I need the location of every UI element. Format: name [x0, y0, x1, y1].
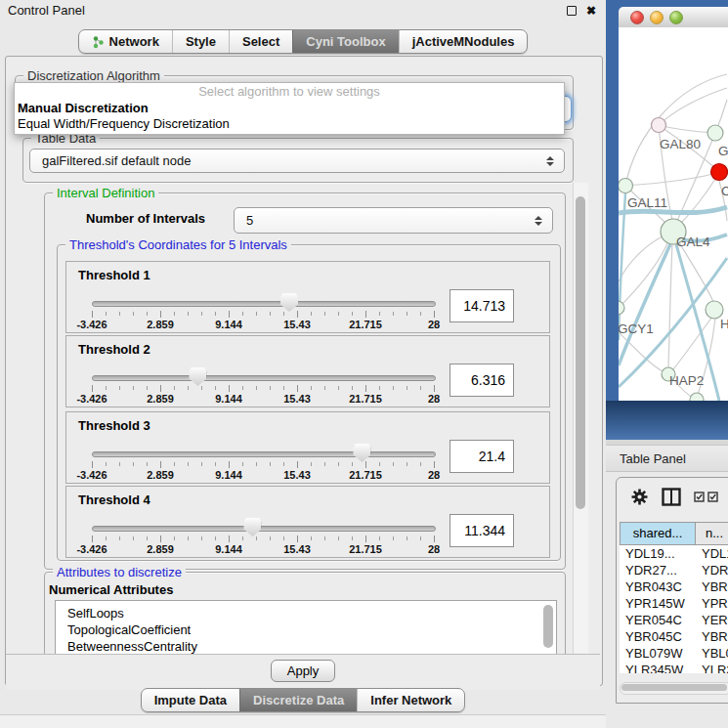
slider-handle[interactable]	[189, 367, 206, 386]
attributes-group-title: Attributes to discretize	[53, 565, 186, 579]
axis-tick	[270, 536, 271, 540]
cell-name: YPR1	[696, 595, 728, 612]
interval-definition-group: Interval Definition Number of Intervals …	[44, 193, 566, 570]
table-data-combobox[interactable]: galFiltered.sif default node	[29, 149, 565, 173]
threshold-value-box[interactable]: 6.316	[450, 364, 514, 397]
table-horizontal-scrollbar[interactable]	[620, 682, 728, 695]
axis-tick	[242, 536, 243, 540]
algorithm-prompt-item[interactable]: Select algorithm to view settings	[15, 83, 564, 101]
threshold-value-box[interactable]: 11.344	[450, 514, 514, 547]
tab-infer-network[interactable]: Infer Network	[357, 689, 464, 711]
axis-tick	[283, 462, 284, 466]
table-rows: YDL19...YDL1YDR27...YDR2YBR043CYBR0YPR14…	[620, 545, 728, 673]
network-graph: GAL80 G. GAL11 C GAL4 GCY1 H HAP2	[619, 27, 728, 401]
network-nodes[interactable]	[619, 118, 728, 402]
tab-select[interactable]: Select	[229, 30, 292, 53]
axis-tick	[393, 462, 394, 466]
apply-button[interactable]: Apply	[271, 660, 335, 682]
mac-zoom-button[interactable]	[669, 11, 683, 24]
column-header-name[interactable]: n...	[696, 522, 728, 545]
algorithm-option-equal-width[interactable]: Equal Width/Frequency Discretization	[15, 116, 564, 132]
table-row[interactable]: YDR27...YDR2	[620, 562, 728, 578]
gear-icon[interactable]	[630, 488, 649, 506]
list-item[interactable]: SelfLoops	[56, 605, 556, 621]
axis-tick	[160, 461, 161, 468]
axis-tick-label: 2.859	[147, 543, 174, 555]
slider-track[interactable]	[92, 301, 436, 307]
svg-text:G.: G.	[718, 144, 728, 158]
cell-shared-name: YBR045C	[620, 628, 696, 645]
threshold-panel-3: Threshold 3-3.4262.8599.14415.4321.71528…	[65, 411, 550, 484]
slider-track[interactable]	[92, 526, 436, 532]
settings-vertical-scrollbar[interactable]	[573, 183, 588, 654]
control-panel-titlebar: Control Panel ✖	[0, 0, 606, 21]
table-toolbar	[630, 488, 718, 506]
axis-tick	[106, 386, 107, 390]
node-red-highlighted	[711, 164, 728, 181]
threshold-value-box[interactable]: 14.713	[450, 289, 514, 322]
table-row[interactable]: YLR345WYLR3	[620, 662, 728, 673]
discretization-algorithm-group-title: Discretization Algorithm	[23, 68, 164, 83]
slider-handle[interactable]	[243, 518, 261, 536]
threshold-value-box[interactable]: 21.4	[450, 440, 514, 473]
number-of-intervals-spinner[interactable]: 5	[234, 207, 553, 234]
axis-tick	[133, 386, 134, 390]
checkbox-checked-icon[interactable]	[707, 492, 718, 502]
axis-tick	[434, 311, 435, 318]
network-tab-icon	[92, 35, 105, 49]
network-view-frame[interactable]: GAL80 G. GAL11 C GAL4 GCY1 H HAP2	[606, 0, 728, 440]
cell-shared-name: YDR27...	[620, 562, 696, 578]
mac-close-button[interactable]	[630, 11, 644, 24]
slider-handle[interactable]	[280, 293, 298, 312]
threshold-coordinates-group: Threshold's Coordinates for 5 Intervals …	[57, 244, 561, 561]
tab-label: Cyni Toolbox	[306, 34, 385, 49]
network-canvas[interactable]: GAL80 G. GAL11 C GAL4 GCY1 H HAP2	[619, 27, 728, 401]
list-item[interactable]: TopologicalCoefficient	[56, 621, 556, 638]
list-item[interactable]: BetweennessCentrality	[56, 638, 556, 654]
axis-tick	[133, 536, 134, 540]
cell-name: YBL0	[696, 645, 728, 662]
tab-jactivemnodules[interactable]: jActiveMNodules	[399, 30, 528, 53]
float-window-icon[interactable]	[567, 6, 577, 16]
mac-minimize-button[interactable]	[650, 11, 664, 24]
table-row[interactable]: YDL19...YDL1	[620, 545, 728, 562]
slider-track[interactable]	[92, 375, 436, 381]
axis-tick	[311, 536, 312, 540]
table-row[interactable]: YER054CYER0	[620, 612, 728, 628]
axis-tick	[434, 385, 435, 392]
tab-cyni-toolbox[interactable]: Cyni Toolbox	[292, 30, 398, 53]
axis-tick	[324, 312, 325, 316]
column-layout-icon[interactable]	[662, 488, 681, 506]
close-icon[interactable]: ✖	[586, 5, 596, 17]
table-row[interactable]: YBR045CYBR0	[620, 628, 728, 645]
axis-tick	[147, 536, 148, 540]
cell-name: YDL1	[696, 545, 728, 562]
algorithm-option-manual[interactable]: Manual Discretization	[15, 101, 564, 116]
axis-tick	[92, 535, 93, 542]
slider-track[interactable]	[92, 451, 436, 457]
control-panel-window: Control Panel ✖ NetworkStyleSelectCyni T…	[0, 0, 606, 728]
axis-tick	[119, 462, 120, 466]
table-row[interactable]: YPR145WYPR1	[620, 595, 728, 612]
node-gal11	[619, 179, 633, 193]
tab-discretize-data[interactable]: Discretize Data	[239, 689, 357, 711]
bottom-tab-bar: Impute DataDiscretize DataInfer Network	[0, 688, 606, 712]
tab-impute-data[interactable]: Impute Data	[142, 689, 239, 711]
tab-network[interactable]: Network	[79, 30, 172, 53]
tab-style[interactable]: Style	[172, 30, 229, 53]
axis-tick	[420, 462, 421, 466]
slider-handle[interactable]	[353, 444, 370, 462]
attributes-scrollbar[interactable]	[542, 603, 554, 654]
axis-tick	[133, 462, 134, 466]
apply-strip: Apply	[6, 654, 600, 690]
axis-tick-label: 9.144	[215, 319, 242, 330]
numerical-attributes-list[interactable]: SelfLoopsTopologicalCoefficientBetweenne…	[55, 600, 557, 654]
axis-tick	[311, 386, 312, 390]
tab-label: Network	[109, 34, 159, 49]
table-row[interactable]: YBL079WYBL0	[620, 645, 728, 662]
cell-shared-name: YBL079W	[620, 645, 696, 662]
axis-tick-label: 28	[428, 469, 440, 481]
checkbox-checked-icon[interactable]	[694, 492, 705, 502]
column-header-shared-name[interactable]: shared...	[620, 522, 696, 545]
table-row[interactable]: YBR043CYBR0	[620, 578, 728, 595]
